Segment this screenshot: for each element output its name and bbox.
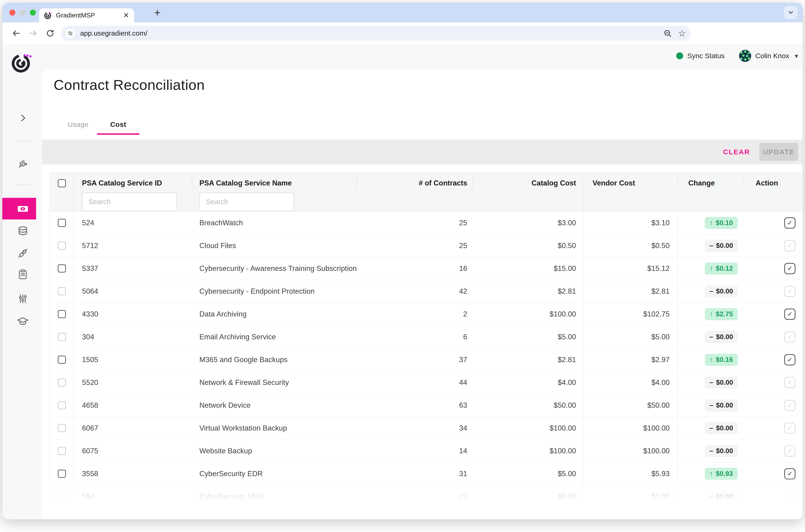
minimize-window-button[interactable] (20, 10, 25, 16)
change-badge: –$0.00 (705, 240, 738, 252)
address-bar[interactable]: app.usegradient.com/ ☆ (61, 26, 691, 41)
change-badge: ↑$0.12 (705, 263, 737, 274)
col-header-change[interactable]: Change (678, 174, 744, 192)
tab-cost[interactable]: Cost (97, 116, 140, 133)
sidebar-item-reports[interactable] (17, 269, 29, 280)
update-button[interactable]: UPDATE (760, 143, 798, 161)
sidebar-item-data[interactable] (17, 226, 29, 238)
forward-button[interactable] (29, 28, 38, 38)
change-badge: –$0.00 (705, 285, 738, 298)
sidebar-item-integrations[interactable] (17, 247, 29, 259)
sidebar-item-reconciliation[interactable] (2, 198, 36, 220)
check-icon: ✓ (787, 493, 793, 500)
change-amount: $0.00 (716, 401, 733, 409)
row-checkbox[interactable] (58, 447, 66, 455)
sidebar-item-settings[interactable] (17, 293, 29, 305)
change-badge: –$0.00 (705, 377, 738, 388)
change-amount: $0.00 (716, 447, 733, 455)
clear-button[interactable]: CLEAR (723, 148, 750, 156)
col-header-service-id[interactable]: PSA Catalog Service ID (74, 174, 192, 192)
table-row: 5064Cybersecurity - Endpoint Protection4… (49, 280, 803, 303)
zoom-icon[interactable] (663, 29, 672, 38)
row-checkbox[interactable] (58, 470, 66, 478)
search-service-name-input[interactable] (199, 192, 294, 211)
cell-service-id: 6075 (74, 440, 192, 462)
user-caret-down-icon[interactable]: ▾ (795, 52, 798, 60)
table-row: 4330Data Archiving2$100.00$102.75↑$2.75✓ (49, 303, 803, 326)
apply-change-button[interactable]: ✓ (784, 217, 795, 229)
tab-title: GradientMSP (56, 12, 123, 19)
apply-change-button[interactable]: ✓ (784, 423, 795, 434)
user-menu[interactable]: Colin Knox (755, 52, 789, 60)
reload-button[interactable] (45, 28, 55, 38)
sidebar-item-insights[interactable] (17, 157, 29, 170)
col-header-catalog-cost[interactable]: Catalog Cost (473, 174, 583, 192)
apply-change-button[interactable]: ✓ (784, 491, 795, 502)
apply-change-button[interactable]: ✓ (784, 354, 795, 365)
cell-service-id: 5520 (74, 371, 192, 394)
new-tab-button[interactable]: + (154, 3, 161, 22)
cell-service-name: Network & Firewall Security (192, 371, 357, 394)
cell-vendor-cost: $5.00 (583, 485, 678, 508)
apply-change-button[interactable]: ✓ (784, 263, 795, 274)
sync-status-label[interactable]: Sync Status (688, 52, 725, 60)
select-all-checkbox[interactable] (58, 179, 66, 187)
cell-service-name: Email Archiving Service (192, 326, 357, 348)
tab-usage[interactable]: Usage (59, 116, 97, 133)
active-tab-indicator (97, 133, 140, 135)
apply-change-button[interactable]: ✓ (784, 377, 795, 388)
tab-search-button[interactable] (784, 6, 798, 19)
apply-change-button[interactable]: ✓ (784, 286, 795, 297)
apply-change-button[interactable]: ✓ (784, 445, 795, 457)
site-settings-icon[interactable] (66, 28, 75, 38)
col-header-service-name[interactable]: PSA Catalog Service Name (192, 174, 357, 192)
sidebar-expand-button[interactable] (18, 113, 28, 123)
cell-service-id: 304 (74, 326, 192, 348)
row-checkbox[interactable] (58, 242, 66, 250)
apply-change-button[interactable]: ✓ (784, 240, 795, 251)
arrow-up-icon: ↑ (710, 219, 713, 227)
cell-contracts: 31 (357, 462, 473, 485)
row-checkbox[interactable] (58, 424, 66, 432)
row-checkbox[interactable] (58, 287, 66, 295)
apply-change-button[interactable]: ✓ (784, 309, 795, 320)
cell-catalog-cost: $100.00 (473, 440, 583, 462)
cash-icon (16, 202, 29, 215)
row-checkbox[interactable] (58, 356, 66, 364)
apply-change-button[interactable]: ✓ (784, 400, 795, 411)
cell-vendor-cost: $100.00 (583, 417, 678, 439)
change-badge: ↑$2.75 (705, 308, 737, 320)
close-window-button[interactable] (9, 10, 15, 16)
bookmark-star-icon[interactable]: ☆ (678, 29, 686, 38)
apply-change-button[interactable]: ✓ (784, 468, 795, 479)
browser-tab[interactable]: GradientMSP ✕ (39, 8, 134, 22)
cell-service-name: Network Device (192, 394, 357, 417)
cell-vendor-cost: $0.50 (583, 234, 678, 257)
row-checkbox[interactable] (58, 264, 66, 272)
row-checkbox[interactable] (58, 310, 66, 318)
apply-change-button[interactable]: ✓ (784, 331, 795, 343)
col-header-contracts[interactable]: # of Contracts (357, 174, 473, 192)
cell-service-name: Cloud Files (192, 234, 357, 257)
cell-catalog-cost: $2.81 (473, 280, 583, 303)
row-checkbox[interactable] (58, 492, 66, 500)
row-checkbox[interactable] (58, 378, 66, 386)
cell-catalog-cost: $5.00 (473, 462, 583, 485)
table-row: 594CyberSecurity MDR22$5.00$5.00–$0.00✓ (49, 485, 803, 508)
back-button[interactable] (12, 28, 21, 38)
sidebar-divider (16, 141, 30, 141)
change-amount: $0.10 (716, 219, 733, 227)
close-tab-icon[interactable]: ✕ (123, 12, 129, 19)
row-checkbox[interactable] (58, 401, 66, 410)
change-amount: $0.00 (716, 287, 733, 295)
col-header-vendor-cost[interactable]: Vendor Cost (583, 174, 678, 192)
avatar[interactable] (739, 50, 751, 62)
fullscreen-window-button[interactable] (30, 10, 36, 16)
row-checkbox[interactable] (58, 333, 66, 341)
col-header-action[interactable]: Action (744, 174, 803, 192)
check-icon: ✓ (787, 310, 793, 318)
sidebar-item-academy[interactable] (17, 316, 29, 328)
no-change-icon: – (710, 447, 713, 455)
row-checkbox[interactable] (58, 219, 66, 227)
search-service-id-input[interactable] (82, 192, 177, 211)
